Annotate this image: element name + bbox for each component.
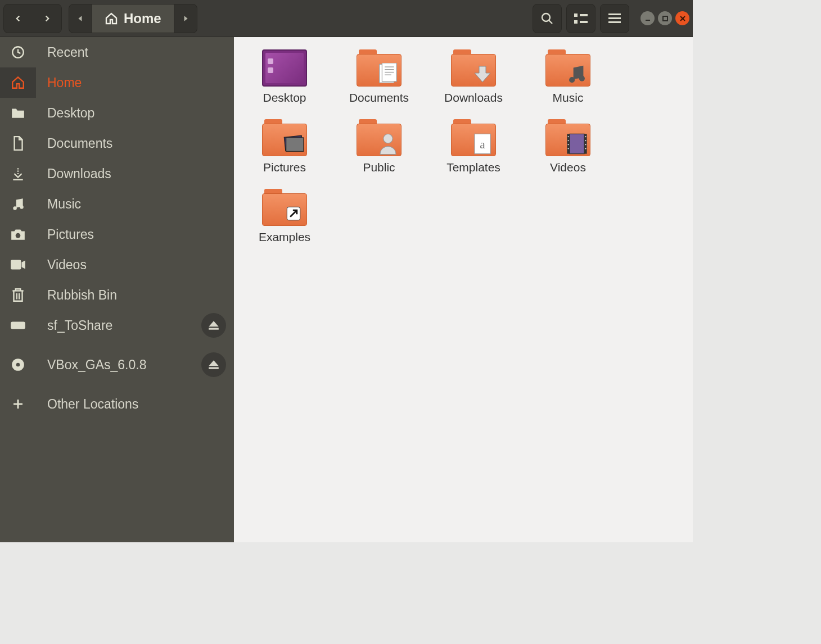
svg-point-52 xyxy=(568,140,569,141)
sidebar-item-desktop[interactable]: Desktop xyxy=(0,98,234,128)
svg-rect-31 xyxy=(209,367,219,369)
sidebar-item-label: Downloads xyxy=(47,166,234,182)
path-bar: Home xyxy=(69,4,197,33)
sidebar-item-label: Documents xyxy=(47,136,234,151)
svg-point-58 xyxy=(585,148,586,149)
triangle-right-icon xyxy=(182,15,189,22)
sidebar-item-sf-toshare[interactable]: sf_ToShare xyxy=(0,310,234,341)
path-prev-button[interactable] xyxy=(69,4,92,33)
folder-icon xyxy=(545,119,590,156)
file-pictures[interactable]: Pictures xyxy=(250,119,319,174)
svg-marker-26 xyxy=(209,321,219,326)
maximize-button[interactable] xyxy=(658,11,672,25)
svg-rect-8 xyxy=(608,13,621,15)
minimize-button[interactable] xyxy=(640,11,655,25)
home-icon xyxy=(10,74,26,91)
sidebar-item-vbox-gas-6-0-8[interactable]: VBox_GAs_6.0.8 xyxy=(0,350,234,380)
svg-point-18 xyxy=(13,206,16,210)
svg-point-51 xyxy=(568,136,569,137)
eject-button[interactable] xyxy=(201,352,226,377)
file-label: Pictures xyxy=(263,161,306,174)
window-controls xyxy=(640,11,689,25)
nav-group xyxy=(3,4,62,33)
file-downloads[interactable]: Downloads xyxy=(439,49,508,105)
folder-icon: a xyxy=(451,119,496,156)
list-view-icon xyxy=(574,13,588,24)
folder-icon xyxy=(262,119,307,156)
sidebar-item-rubbish-bin[interactable]: Rubbish Bin xyxy=(0,280,234,310)
svg-point-29 xyxy=(16,363,20,367)
view-toggle-button[interactable] xyxy=(566,4,596,33)
file-documents[interactable]: Documents xyxy=(344,49,414,105)
sidebar-item-other-locations[interactable]: Other Locations xyxy=(0,389,234,419)
svg-rect-9 xyxy=(608,17,621,19)
search-icon xyxy=(540,12,554,25)
file-desktop[interactable]: Desktop xyxy=(250,49,319,105)
svg-point-20 xyxy=(16,233,21,238)
svg-rect-48 xyxy=(570,134,584,153)
svg-point-19 xyxy=(20,205,24,209)
forward-button[interactable] xyxy=(33,4,61,33)
sidebar-item-label: Rubbish Bin xyxy=(47,288,234,303)
disc-icon xyxy=(10,356,26,373)
file-label: Documents xyxy=(349,91,409,105)
folder-icon xyxy=(357,119,402,156)
svg-marker-1 xyxy=(184,16,187,21)
hamburger-menu-button[interactable] xyxy=(600,4,629,33)
svg-rect-25 xyxy=(11,322,25,329)
camera-icon xyxy=(10,226,26,243)
chevron-left-icon xyxy=(13,13,23,24)
back-button[interactable] xyxy=(4,4,32,33)
file-music[interactable]: Music xyxy=(533,49,603,105)
path-next-button[interactable] xyxy=(174,4,197,33)
sidebar-item-label: VBox_GAs_6.0.8 xyxy=(47,357,190,373)
sidebar-item-label: Pictures xyxy=(47,227,234,242)
file-label: Music xyxy=(553,91,584,105)
music-overlay-icon xyxy=(565,63,589,85)
file-videos[interactable]: Videos xyxy=(533,119,603,174)
svg-line-3 xyxy=(549,20,553,24)
sidebar-item-documents[interactable]: Documents xyxy=(0,128,234,158)
sidebar-item-label: Recent xyxy=(47,45,234,60)
svg-rect-27 xyxy=(209,328,219,329)
file-icon xyxy=(10,135,26,152)
file-examples[interactable]: Examples xyxy=(250,189,319,244)
triangle-left-icon xyxy=(77,15,84,22)
link-overlay-icon xyxy=(281,202,306,225)
maximize-icon xyxy=(662,15,669,22)
sidebar-item-label: Other Locations xyxy=(47,397,234,412)
sidebar-item-music[interactable]: Music xyxy=(0,189,234,219)
search-button[interactable] xyxy=(533,4,562,33)
sidebar-item-recent[interactable]: Recent xyxy=(0,37,234,67)
toolbar: Home xyxy=(0,0,693,37)
video-overlay-icon xyxy=(565,133,589,155)
person-overlay-icon xyxy=(376,133,400,155)
file-templates[interactable]: aTemplates xyxy=(439,119,508,174)
file-public[interactable]: Public xyxy=(344,119,414,174)
sidebar-item-pictures[interactable]: Pictures xyxy=(0,219,234,250)
close-button[interactable] xyxy=(675,11,689,25)
file-grid: DesktopDocumentsDownloadsMusicPicturesPu… xyxy=(234,37,693,542)
sidebar-item-label: sf_ToShare xyxy=(47,318,190,333)
file-label: Examples xyxy=(259,230,310,244)
desktop-icon xyxy=(262,49,307,87)
plus-icon xyxy=(10,396,26,412)
home-icon xyxy=(105,12,118,25)
svg-point-2 xyxy=(542,13,550,21)
sidebar: RecentHomeDesktopDocumentsDownloadsMusic… xyxy=(0,37,234,542)
svg-marker-0 xyxy=(78,16,82,21)
sidebar-item-label: Videos xyxy=(47,257,234,273)
sidebar-item-downloads[interactable]: Downloads xyxy=(0,158,234,189)
folder-icon xyxy=(451,49,496,87)
breadcrumb-home[interactable]: Home xyxy=(92,4,174,33)
svg-point-45 xyxy=(384,134,393,143)
svg-text:a: a xyxy=(480,138,485,151)
pictures-overlay-icon xyxy=(281,133,306,155)
download-overlay-icon xyxy=(470,63,495,85)
svg-rect-44 xyxy=(286,138,304,151)
eject-button[interactable] xyxy=(201,313,226,338)
sidebar-item-videos[interactable]: Videos xyxy=(0,250,234,280)
sidebar-item-home[interactable]: Home xyxy=(0,67,234,98)
chevron-right-icon xyxy=(42,13,52,24)
svg-rect-4 xyxy=(574,13,578,17)
